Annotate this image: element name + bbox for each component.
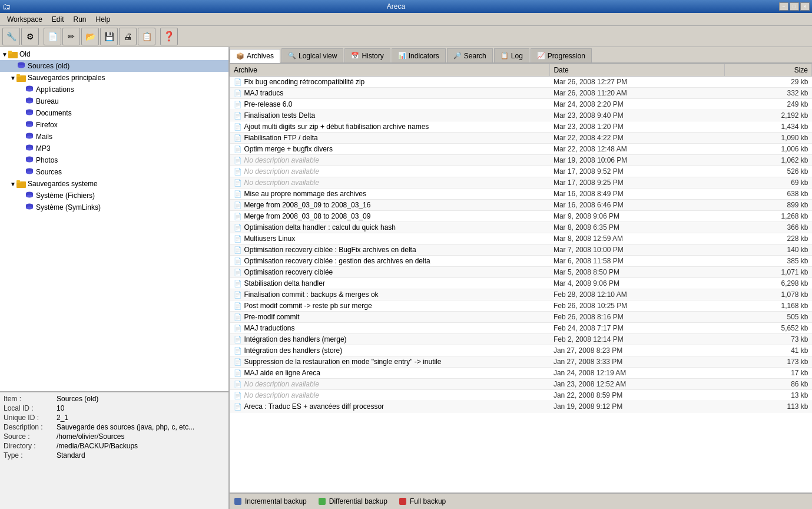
menu-workspace[interactable]: Workspace	[2, 14, 47, 25]
tree-item-label: Mails	[36, 133, 52, 141]
tab-log[interactable]: 📋Log	[494, 48, 529, 62]
table-row[interactable]: 📄Stabilisation delta handlerMar 4, 2008 …	[230, 278, 812, 289]
tree-item-systeme-fichiers[interactable]: Système (Fichiers)	[0, 190, 228, 201]
tab-icon-search: 🔎	[453, 52, 462, 60]
archive-name: 📄Pre-modif commit	[230, 312, 550, 323]
close-button[interactable]: ×	[800, 2, 810, 11]
table-row[interactable]: 📄Intégration des handlers (store)Jan 27,…	[230, 345, 812, 356]
tree-item-photos[interactable]: Photos	[0, 154, 228, 166]
table-row[interactable]: 📄MAJ traductionsFeb 24, 2008 7:17 PM5,65…	[230, 323, 812, 334]
archive-size: 1,078 kb	[724, 289, 811, 300]
table-row[interactable]: 📄Optim merge + bugfix diversMar 22, 2008…	[230, 144, 812, 155]
col-date[interactable]: Date	[550, 64, 724, 77]
tab-archives[interactable]: 📦Archives	[230, 49, 280, 63]
toolbar-button-import[interactable]: 📋	[138, 28, 155, 45]
archive-date: Mar 8, 2008 6:35 PM	[550, 222, 724, 233]
table-row[interactable]: 📄Optimisation recovery ciblée : BugFix a…	[230, 244, 812, 256]
archive-date: Mar 9, 2008 9:06 PM	[550, 211, 724, 222]
archive-size: 1,062 kb	[724, 155, 811, 166]
tab-history[interactable]: 📅History	[344, 48, 390, 62]
maximize-button[interactable]: □	[790, 2, 799, 11]
tree-item-bureau[interactable]: Bureau	[0, 95, 228, 107]
table-row[interactable]: 📄Mise au propre nommage des archivesMar …	[230, 189, 812, 200]
archive-name: 📄Stabilisation delta handler	[230, 278, 550, 289]
tree-item-sources[interactable]: Sources	[0, 166, 228, 178]
table-row[interactable]: 📄Optimisation delta handler : calcul du …	[230, 222, 812, 233]
col-archive[interactable]: Archive	[230, 64, 550, 77]
table-row[interactable]: 📄Merge from 2008_03_08 to 2008_03_09Mar …	[230, 211, 812, 222]
tree-item-applications[interactable]: Applications	[0, 84, 228, 95]
archive-date: Mar 5, 2008 8:50 PM	[550, 267, 724, 278]
table-row[interactable]: 📄Optimisation recovery cibléeMar 5, 2008…	[230, 267, 812, 278]
toolbar-button-print[interactable]: 🖨	[119, 28, 137, 45]
menu-run[interactable]: Run	[69, 14, 91, 25]
toolbar-button-preferences[interactable]: ⚙	[21, 28, 39, 45]
table-row[interactable]: 📄No description availableMar 17, 2008 9:…	[230, 177, 812, 189]
archive-row-name: Pre-release 6.0	[244, 100, 293, 108]
tree-item-sources-old[interactable]: Sources (old)	[0, 60, 228, 72]
archive-table[interactable]: Archive Date Size 📄Fix bug encoding rétr…	[230, 64, 812, 493]
table-row[interactable]: 📄MAJ aide en ligne ArecaJan 24, 2008 12:…	[230, 368, 812, 379]
table-row[interactable]: 📄Ajout multi digits sur zip + début fiab…	[230, 121, 812, 133]
archive-size: 41 kb	[724, 345, 811, 356]
archive-size: 69 kb	[724, 177, 811, 189]
tree-item-mp3[interactable]: MP3	[0, 143, 228, 154]
toolbar-button-duplicate[interactable]: 📂	[81, 28, 99, 45]
tree-item-old[interactable]: ▼Old	[0, 48, 228, 60]
toolbar-button-delete[interactable]: 💾	[100, 28, 118, 45]
toolbar-button-new[interactable]: 📄	[44, 28, 61, 45]
incremental-label: Incremental backup	[245, 497, 307, 505]
table-row[interactable]: 📄Fix bug encoding rétrocompatibilité zip…	[230, 77, 812, 88]
table-row[interactable]: 📄Intégration des handlers (merge)Feb 2, …	[230, 334, 812, 345]
tab-logical-view[interactable]: 🔍Logical view	[281, 48, 343, 62]
tree-item-sauvegardes-principales[interactable]: ▼Sauvegardes principales	[0, 72, 228, 84]
toolbar-button-edit[interactable]: ✏	[62, 28, 80, 45]
tab-search[interactable]: 🔎Search	[447, 48, 493, 62]
tree-toggle[interactable]: ▼	[9, 75, 16, 81]
tree-toggle[interactable]: ▼	[9, 181, 16, 187]
tree-toggle[interactable]: ▼	[1, 51, 8, 58]
tree-item-documents[interactable]: Documents	[0, 107, 228, 119]
tree-item-sauvegardes-systeme[interactable]: ▼Sauvegardes systeme	[0, 178, 228, 190]
table-row[interactable]: 📄Suppression de la restauration en mode …	[230, 356, 812, 368]
table-row[interactable]: 📄Merge from 2008_03_09 to 2008_03_16Mar …	[230, 200, 812, 211]
toolbar-button-configure[interactable]: 🔧	[2, 28, 20, 45]
archive-date: Feb 28, 2008 12:10 AM	[550, 289, 724, 300]
table-row[interactable]: 📄Finalisation tests DeltaMar 23, 2008 9:…	[230, 110, 812, 121]
tab-indicators[interactable]: 📊Indicators	[392, 48, 446, 62]
table-row[interactable]: 📄No description availableMar 17, 2008 9:…	[230, 166, 812, 177]
tree-item-firefox[interactable]: Firefox	[0, 119, 228, 131]
tree-item-systeme-symlinks[interactable]: Système (SymLinks)	[0, 201, 228, 213]
table-row[interactable]: 📄Fiabilisation FTP / deltaMar 22, 2008 4…	[230, 133, 812, 144]
archive-date: Feb 26, 2008 10:25 PM	[550, 300, 724, 312]
menu-help[interactable]: Help	[91, 14, 115, 25]
table-row[interactable]: 📄MAJ traducsMar 26, 2008 11:20 AM332 kb	[230, 88, 812, 99]
database-icon	[25, 133, 34, 141]
tree-item-mails[interactable]: Mails	[0, 131, 228, 143]
table-row[interactable]: 📄No description availableJan 22, 2008 8:…	[230, 390, 812, 401]
archive-row-icon: 📄	[234, 190, 242, 197]
table-row[interactable]: 📄No description availableMar 19, 2008 10…	[230, 155, 812, 166]
archive-size: 17 kb	[724, 368, 811, 379]
archive-size: 1,071 kb	[724, 267, 811, 278]
tab-icon-log: 📋	[501, 52, 509, 60]
svg-rect-8	[16, 74, 20, 76]
menu-edit[interactable]: Edit	[47, 14, 69, 25]
table-row[interactable]: 📄Optimisation recovery ciblée : gestion …	[230, 256, 812, 267]
tree-item-label: Sauvegardes principales	[28, 74, 105, 82]
minimize-button[interactable]: −	[779, 2, 788, 11]
archive-row-name: Optimisation recovery ciblée	[244, 268, 333, 276]
archive-size: 1,006 kb	[724, 144, 811, 155]
table-row[interactable]: 📄No description availableJan 23, 2008 12…	[230, 379, 812, 390]
table-row[interactable]: 📄Finalisation commit : backups & merges …	[230, 289, 812, 300]
toolbar-button-help[interactable]: ❓	[160, 28, 178, 45]
table-row[interactable]: 📄Pre-release 6.0Mar 24, 2008 2:20 PM249 …	[230, 99, 812, 110]
table-row[interactable]: 📄Pre-modif commitFeb 26, 2008 8:16 PM505…	[230, 312, 812, 323]
col-size[interactable]: Size	[724, 64, 811, 77]
tab-progression[interactable]: 📈Progression	[531, 48, 592, 62]
table-row[interactable]: 📄Post modif commit -> reste pb sur merge…	[230, 300, 812, 312]
svg-point-20	[26, 124, 33, 127]
archive-name: 📄Optim merge + bugfix divers	[230, 144, 550, 155]
table-row[interactable]: 📄Multiusers LinuxMar 8, 2008 12:59 AM228…	[230, 233, 812, 244]
table-row[interactable]: 📄Areca : Traduc ES + avancées diff proce…	[230, 401, 812, 412]
